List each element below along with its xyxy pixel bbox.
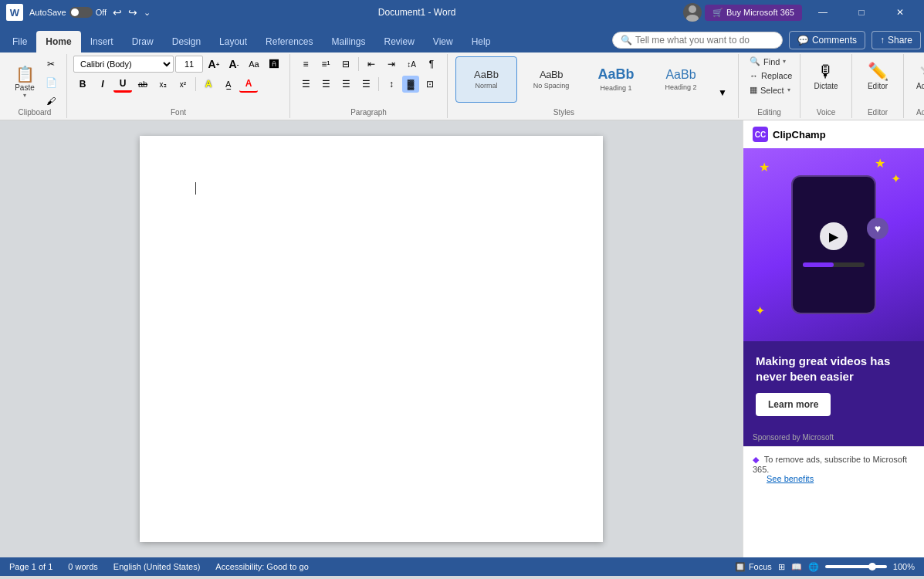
- superscript-button[interactable]: x²: [174, 76, 192, 93]
- highlight-color-button[interactable]: A̲: [219, 76, 238, 93]
- tab-draw[interactable]: Draw: [123, 31, 163, 52]
- buy-microsoft-button[interactable]: 🛒 Buy Microsoft 365: [705, 5, 802, 21]
- text-effects-button[interactable]: A: [199, 76, 218, 93]
- change-case-button[interactable]: Aa: [245, 56, 263, 73]
- layout-view-button[interactable]: ⊞: [778, 562, 785, 572]
- underline-button[interactable]: U: [113, 76, 132, 93]
- font-size-input[interactable]: [175, 56, 203, 73]
- tab-review[interactable]: Review: [375, 31, 424, 52]
- line-spacing-button[interactable]: ↕: [382, 76, 401, 93]
- strikethrough-button[interactable]: ab: [134, 76, 152, 93]
- reader-view-button[interactable]: 📖: [791, 562, 802, 572]
- multilevel-list-button[interactable]: ⊟: [337, 56, 355, 73]
- web-view-button[interactable]: 🌐: [808, 562, 819, 572]
- see-benefits-link[interactable]: See benefits: [753, 474, 814, 483]
- align-right-button[interactable]: ☰: [337, 76, 355, 93]
- bold-button[interactable]: B: [73, 76, 92, 93]
- autosave-toggle[interactable]: AutoSave Off: [29, 7, 107, 18]
- tab-home[interactable]: Home: [36, 31, 80, 52]
- reader-icon: 📖: [791, 562, 802, 572]
- document-page[interactable]: [140, 136, 603, 542]
- search-input[interactable]: [635, 35, 774, 46]
- comments-button[interactable]: 💬 Comments: [789, 31, 865, 49]
- styles-more-button[interactable]: ▼: [713, 84, 732, 101]
- borders-button[interactable]: ⊡: [421, 76, 439, 93]
- align-center-button[interactable]: ☰: [316, 76, 335, 93]
- ribbon-tabs: File Home Insert Draw Design Layout Refe…: [0, 25, 924, 52]
- zoom-slider[interactable]: [825, 565, 887, 568]
- paste-dropdown[interactable]: ▾: [23, 92, 26, 99]
- tab-layout[interactable]: Layout: [210, 31, 256, 52]
- copy-button[interactable]: 📄: [42, 74, 60, 91]
- focus-button[interactable]: 🔲 Focus: [735, 562, 772, 572]
- tab-view[interactable]: View: [424, 31, 462, 52]
- cut-button[interactable]: ✂: [42, 56, 60, 73]
- replace-button[interactable]: ↔ Replace: [745, 69, 797, 83]
- styles-area: AaBb Normal AaBb No Spacing AaBb Heading…: [454, 55, 732, 104]
- dictate-button[interactable]: 🎙 Dictate: [807, 54, 845, 97]
- font-shrink-button[interactable]: A-: [225, 56, 243, 73]
- format-painter-button[interactable]: 🖌: [42, 93, 60, 110]
- search-box[interactable]: 🔍: [612, 32, 783, 49]
- select-dropdown-icon: ▾: [787, 86, 790, 93]
- tab-help[interactable]: Help: [462, 31, 500, 52]
- editor-button[interactable]: ✏️ Editor: [858, 54, 897, 97]
- addins-section-label: Add-ins: [916, 108, 924, 118]
- clipboard-row: 📋 Paste ▾ ✂ 📄 🖌: [9, 54, 60, 111]
- align-left-button[interactable]: ☰: [296, 76, 315, 93]
- sort-button[interactable]: ↕A: [402, 56, 421, 73]
- style-normal[interactable]: AaBb Normal: [455, 56, 517, 103]
- numbered-list-button[interactable]: ≡¹: [316, 56, 335, 73]
- learn-more-button[interactable]: Learn more: [756, 393, 831, 416]
- increase-indent-button[interactable]: ⇥: [382, 56, 401, 73]
- ribbon-toolbar: 📋 Paste ▾ ✂ 📄 🖌 Clipboard Calibri (Body)…: [0, 52, 924, 120]
- font-section: Calibri (Body) A+ A- Aa 🅰 B I U ab x₂ x²…: [67, 54, 290, 118]
- style-heading2-preview: AaBb: [665, 68, 696, 82]
- bullet-list-button[interactable]: ≡: [296, 56, 315, 73]
- decrease-indent-button[interactable]: ⇤: [362, 56, 381, 73]
- font-color-button[interactable]: A: [239, 76, 258, 93]
- svg-point-0: [689, 5, 696, 13]
- subscript-button[interactable]: x₂: [154, 76, 172, 93]
- redo-btn[interactable]: ↪: [128, 6, 137, 19]
- style-heading1[interactable]: AaBb Heading 1: [585, 56, 647, 103]
- undo-btn[interactable]: ↩: [113, 6, 122, 19]
- minimize-button[interactable]: —: [805, 0, 841, 25]
- page-info: Page 1 of 1: [9, 562, 52, 571]
- user-avatar[interactable]: [683, 3, 702, 22]
- tab-design[interactable]: Design: [163, 31, 210, 52]
- clear-formatting-button[interactable]: 🅰: [265, 56, 283, 73]
- heart-icon: ♥: [867, 218, 888, 239]
- font-name-select[interactable]: Calibri (Body): [73, 56, 174, 73]
- addins-icon: 🔌: [919, 62, 925, 82]
- editor-section: ✏️ Editor Editor: [852, 54, 904, 118]
- more-btn[interactable]: ⌄: [144, 8, 151, 18]
- style-nospacing-label: No Spacing: [533, 82, 570, 90]
- tab-file[interactable]: File: [3, 31, 36, 52]
- shading-button[interactable]: ▓: [402, 76, 419, 93]
- style-no-spacing[interactable]: AaBb No Spacing: [520, 56, 582, 103]
- justify-button[interactable]: ☰: [357, 76, 375, 93]
- text-cursor: [195, 182, 196, 195]
- paste-button[interactable]: 📋 Paste ▾: [9, 56, 40, 110]
- font-grow-button[interactable]: A+: [205, 56, 223, 73]
- find-button[interactable]: 🔍 Find ▾: [745, 54, 790, 69]
- tab-mailings[interactable]: Mailings: [322, 31, 374, 52]
- tab-insert[interactable]: Insert: [81, 31, 123, 52]
- select-button[interactable]: ▦ Select ▾: [745, 83, 795, 97]
- autosave-pill[interactable]: [69, 7, 93, 18]
- paste-icon: 📋: [15, 66, 35, 82]
- font-row2: B I U ab x₂ x² A A̲ A: [73, 74, 258, 94]
- italic-button[interactable]: I: [93, 76, 112, 93]
- share-button[interactable]: ↑ Share: [872, 31, 921, 49]
- page-container[interactable]: [0, 120, 743, 557]
- editor-label: Editor: [868, 82, 888, 90]
- tab-references[interactable]: References: [256, 31, 322, 52]
- zoom-knob[interactable]: [868, 563, 876, 571]
- style-heading2[interactable]: AaBb Heading 2: [650, 56, 712, 103]
- show-hide-button[interactable]: ¶: [422, 56, 441, 73]
- select-icon: ▦: [750, 85, 757, 95]
- addins-button[interactable]: 🔌 Add-ins: [910, 54, 924, 97]
- close-button[interactable]: ✕: [882, 0, 918, 25]
- maximize-button[interactable]: □: [844, 0, 879, 25]
